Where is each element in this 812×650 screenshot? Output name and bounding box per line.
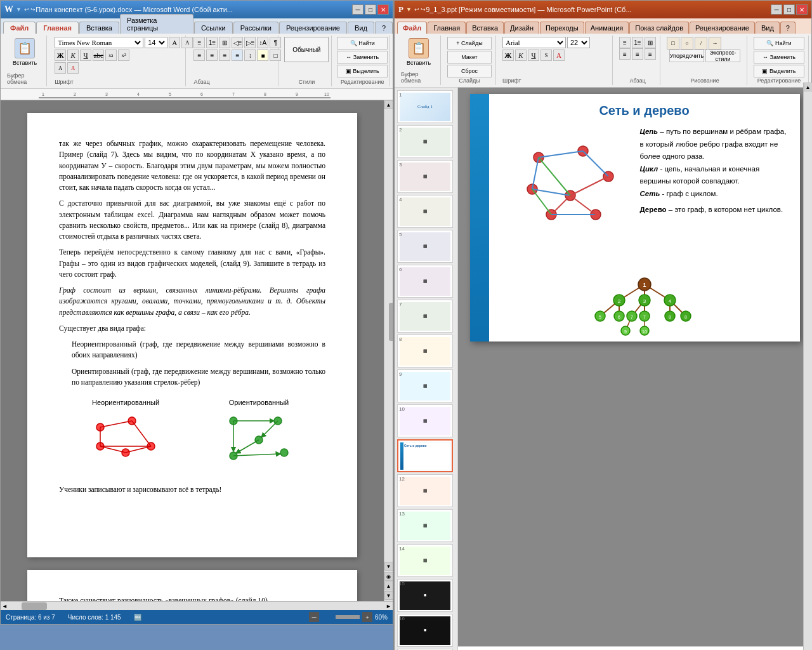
- word-zoom-in-btn[interactable]: +: [362, 612, 372, 622]
- word-color-btn[interactable]: A: [67, 62, 79, 74]
- word-tab-file[interactable]: Файл: [3, 22, 36, 34]
- ppt-vscrollbar[interactable]: ▲ ▼: [803, 88, 811, 650]
- ppt-font-select[interactable]: Arial: [502, 37, 566, 48]
- slide-thumb-10[interactable]: 10 ▦: [397, 404, 453, 437]
- slide-thumb-11[interactable]: 11 Сеть и дерево: [397, 439, 453, 472]
- ppt-find-btn[interactable]: 🔍 Найти: [754, 37, 804, 50]
- slide-thumb-16[interactable]: 16 ■: [397, 614, 453, 647]
- word-highlight-btn[interactable]: A: [55, 62, 66, 74]
- word-tab-home[interactable]: Главная: [36, 22, 79, 34]
- word-page-select-btn[interactable]: ▲: [384, 581, 393, 590]
- ppt-restore-btn[interactable]: □: [783, 4, 795, 15]
- word-hscroll-right-btn[interactable]: ►: [384, 603, 393, 609]
- ppt-align-center-btn[interactable]: ≡: [632, 48, 643, 60]
- ppt-tab-home[interactable]: Главная: [428, 22, 466, 34]
- word-strikethrough-btn[interactable]: abc: [93, 50, 104, 61]
- word-select-btn[interactable]: ▣ Выделить: [337, 65, 388, 77]
- ppt-bullets-btn[interactable]: ≡: [619, 37, 631, 48]
- ppt-shape-arrow[interactable]: →: [709, 37, 721, 50]
- slide-thumb-7[interactable]: 7 ▦: [397, 300, 453, 333]
- word-bold-btn[interactable]: Ж: [55, 50, 66, 61]
- ppt-layout-btn[interactable]: Макет: [447, 51, 492, 63]
- ppt-fontsize-select[interactable]: 22: [567, 37, 590, 48]
- slide-thumb-5[interactable]: 5 ▦: [397, 230, 453, 263]
- word-scroll-thumb[interactable]: [389, 303, 393, 341]
- slide-thumb-6[interactable]: 6 ▦: [397, 265, 453, 298]
- ppt-tab-review[interactable]: Рецензирование: [690, 22, 755, 34]
- ppt-paste-btn[interactable]: 📋 Вставить: [404, 37, 433, 67]
- word-prev-page-btn[interactable]: ◉: [384, 572, 393, 581]
- word-minimize-btn[interactable]: ─: [352, 4, 363, 15]
- word-tab-help[interactable]: ?: [375, 22, 393, 34]
- word-line-spacing-btn[interactable]: ↕: [244, 50, 256, 61]
- ppt-tab-transitions[interactable]: Переходы: [540, 22, 584, 34]
- word-bullets-btn[interactable]: ≡: [193, 37, 205, 48]
- ppt-tab-slideshow[interactable]: Показ слайдов: [629, 22, 689, 34]
- word-grow-font-btn[interactable]: A: [169, 37, 180, 48]
- slide-thumb-12[interactable]: 12 ▦: [397, 474, 453, 507]
- slide-thumb-4[interactable]: 4 ▦: [397, 195, 453, 228]
- word-align-center-btn[interactable]: ≡: [206, 50, 218, 61]
- ppt-shape-rect[interactable]: □: [667, 37, 679, 50]
- word-hscroll-thumb[interactable]: [22, 602, 47, 610]
- word-increase-indent-btn[interactable]: ▷≡: [244, 37, 256, 48]
- word-border-btn[interactable]: □: [270, 50, 281, 61]
- ppt-align-right-btn[interactable]: ≡: [645, 48, 656, 60]
- word-scroll-up-btn[interactable]: ▲: [384, 100, 393, 109]
- word-close-btn[interactable]: ✕: [377, 4, 389, 15]
- ppt-tab-view[interactable]: Вид: [756, 22, 780, 34]
- slide-thumb-1[interactable]: 1 Слайд 1: [397, 90, 453, 123]
- word-style-normal-btn[interactable]: Обычный: [284, 37, 329, 62]
- word-align-right-btn[interactable]: ≡: [219, 50, 230, 61]
- word-vscrollbar[interactable]: ▲ ▼ ◉ ▲ ▼: [384, 100, 393, 601]
- word-align-left-btn[interactable]: ≡: [193, 50, 205, 61]
- word-fontsize-select[interactable]: 14: [145, 37, 167, 48]
- word-tab-insert[interactable]: Вставка: [79, 22, 119, 34]
- ppt-tab-design[interactable]: Дизайн: [504, 22, 539, 34]
- word-hscrollbar[interactable]: ◄ ►: [1, 601, 393, 610]
- word-shading-btn[interactable]: ■: [257, 50, 268, 61]
- ppt-controls[interactable]: ─ □ ✕: [771, 4, 808, 15]
- word-tab-mail[interactable]: Рассылки: [233, 22, 278, 34]
- word-tab-review[interactable]: Рецензирование: [279, 22, 347, 34]
- slide-thumb-9[interactable]: 9 ▦: [397, 369, 453, 402]
- ppt-tab-insert[interactable]: Вставка: [466, 22, 504, 34]
- ppt-bold-btn[interactable]: Ж: [502, 50, 514, 61]
- slide-thumb-13[interactable]: 13 ▦: [397, 509, 453, 542]
- ppt-slide-panel[interactable]: 1 Слайд 1 2 ▦ 3 ▦ 4 ▦ 5 ▦: [395, 88, 458, 650]
- ppt-tab-file[interactable]: Файл: [397, 22, 427, 34]
- word-hscroll-left-btn[interactable]: ◄: [1, 603, 9, 609]
- word-tab-refs[interactable]: Ссылки: [194, 22, 233, 34]
- word-sub-btn[interactable]: x₂: [105, 50, 117, 61]
- word-next-page-btn[interactable]: ▼: [384, 591, 393, 600]
- word-zoom-level[interactable]: 60%: [375, 614, 388, 621]
- word-document[interactable]: так же через обычных график, можно охара…: [1, 100, 384, 601]
- ppt-minimize-btn[interactable]: ─: [771, 4, 782, 15]
- word-justify-btn[interactable]: ≡: [232, 50, 243, 61]
- word-decrease-indent-btn[interactable]: ◁≡: [232, 37, 243, 48]
- ppt-underline-btn[interactable]: Ч: [528, 50, 539, 61]
- word-zoom-out-btn[interactable]: ─: [309, 612, 319, 622]
- slide-thumb-8[interactable]: 8 ▦: [397, 335, 453, 368]
- slide-thumb-3[interactable]: 3 ▦: [397, 160, 453, 193]
- word-pilcrow-btn[interactable]: ¶: [270, 37, 281, 48]
- slide-thumb-15[interactable]: 15 ■: [397, 579, 453, 612]
- ppt-tab-animation[interactable]: Анимация: [585, 22, 629, 34]
- ppt-slide-scroll[interactable]: Сеть и дерево: [458, 88, 811, 646]
- word-tab-view[interactable]: Вид: [348, 22, 374, 34]
- word-tab-layout[interactable]: Разметка страницы: [120, 14, 193, 34]
- ppt-arrange-btn[interactable]: Упорядочить: [669, 50, 704, 62]
- word-find-btn[interactable]: 🔍 Найти: [337, 37, 388, 50]
- word-scroll-down-btn[interactable]: ▼: [384, 562, 393, 571]
- ppt-notes-area[interactable]: Заметки к слайду: [458, 646, 811, 650]
- word-controls[interactable]: ─ □ ✕: [352, 4, 389, 15]
- ppt-indent-btn[interactable]: ⊞: [645, 37, 656, 48]
- ppt-italic-btn[interactable]: К: [515, 50, 527, 61]
- ppt-reset-btn[interactable]: Сброс: [447, 65, 492, 77]
- ppt-replace-btn[interactable]: ↔ Заменить: [754, 51, 804, 63]
- ppt-numbering-btn[interactable]: 1≡: [632, 37, 643, 48]
- ppt-quick-styles-btn[interactable]: Экспресс-стили: [705, 50, 740, 62]
- ppt-shape-oval[interactable]: ○: [681, 37, 693, 50]
- word-sup-btn[interactable]: x²: [118, 50, 129, 61]
- ppt-shape-line[interactable]: /: [695, 37, 707, 50]
